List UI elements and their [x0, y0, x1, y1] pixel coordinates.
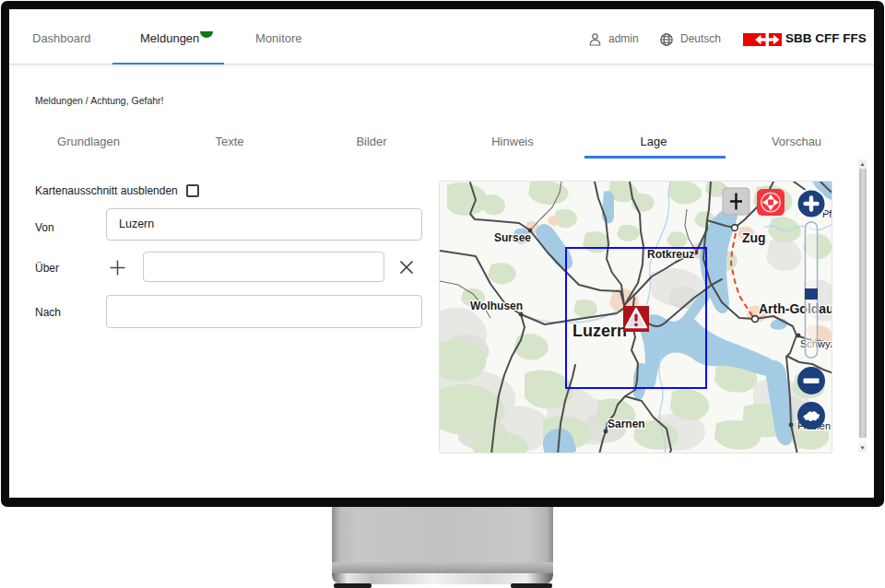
- svg-text:Zug: Zug: [742, 230, 766, 245]
- svg-text:Luzern: Luzern: [572, 322, 627, 340]
- svg-text:Arth-Goldau: Arth-Goldau: [759, 301, 832, 316]
- svg-text:Wolhusen: Wolhusen: [470, 300, 523, 312]
- svg-text:Rotkreuz: Rotkreuz: [647, 248, 694, 261]
- svg-text:Sursee: Sursee: [494, 231, 531, 244]
- svg-text:Sarnen: Sarnen: [608, 417, 645, 430]
